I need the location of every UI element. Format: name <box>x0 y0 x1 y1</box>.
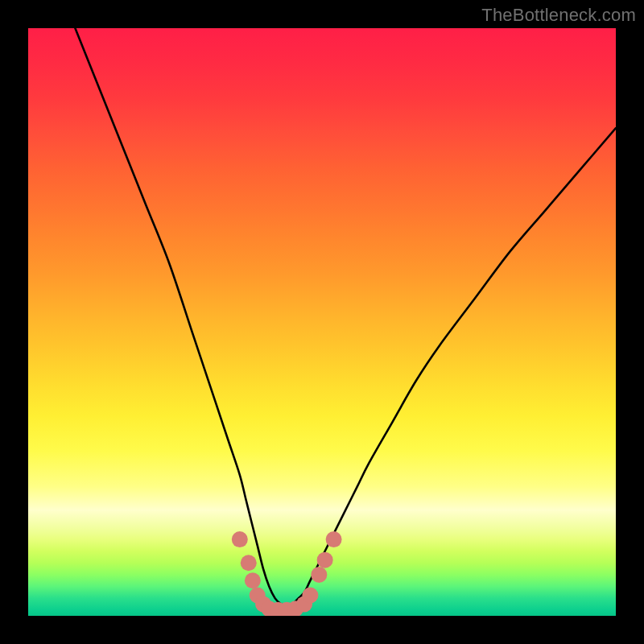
curve-marker <box>302 587 318 603</box>
curve-marker <box>245 572 261 588</box>
bottleneck-curve <box>75 28 616 607</box>
plot-area <box>28 28 616 616</box>
curve-marker <box>311 567 327 583</box>
watermark-text: TheBottleneck.com <box>481 5 636 26</box>
curve-marker <box>326 531 342 547</box>
curve-marker <box>241 555 257 571</box>
curve-markers <box>232 531 342 616</box>
curve-layer <box>28 28 616 616</box>
curve-marker <box>317 552 333 568</box>
curve-marker <box>232 531 248 547</box>
chart-frame: TheBottleneck.com <box>0 0 644 644</box>
